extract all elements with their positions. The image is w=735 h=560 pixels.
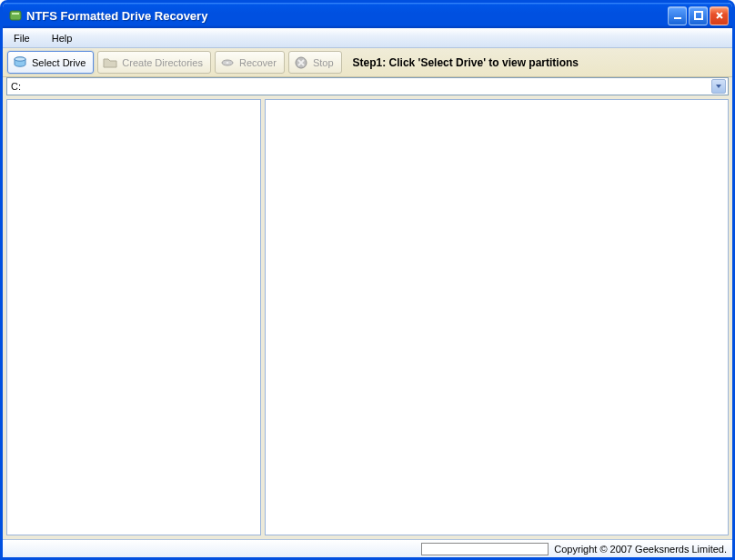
database-icon bbox=[12, 55, 28, 71]
drive-dropdown[interactable]: C: bbox=[6, 77, 729, 95]
stop-label: Stop bbox=[313, 57, 334, 68]
select-drive-label: Select Drive bbox=[32, 57, 86, 68]
list-pane[interactable] bbox=[265, 99, 729, 535]
minimize-button[interactable] bbox=[668, 6, 687, 25]
svg-rect-0 bbox=[10, 11, 21, 20]
svg-point-7 bbox=[226, 62, 228, 64]
disk-icon bbox=[219, 55, 236, 71]
create-directories-label: Create Directories bbox=[122, 57, 203, 68]
select-drive-button[interactable]: Select Drive bbox=[7, 51, 94, 74]
titlebar[interactable]: NTFS Formatted Drive Recovery bbox=[3, 3, 732, 28]
menu-help[interactable]: Help bbox=[46, 31, 78, 45]
svg-rect-1 bbox=[12, 13, 19, 15]
progress-bar bbox=[421, 543, 549, 555]
menu-file[interactable]: File bbox=[8, 31, 35, 45]
step-instruction: Step1: Click 'Select Drive' to view part… bbox=[353, 56, 579, 69]
svg-rect-2 bbox=[674, 17, 681, 19]
toolbar: Select Drive Create Directories Recover bbox=[3, 48, 732, 77]
drive-dropdown-value: C: bbox=[11, 81, 711, 92]
recover-label: Recover bbox=[239, 57, 277, 68]
stop-icon bbox=[293, 55, 309, 71]
statusbar: Copyright © 2007 Geeksnerds Limited. bbox=[3, 539, 732, 557]
create-directories-button[interactable]: Create Directories bbox=[97, 51, 211, 74]
content-area bbox=[3, 95, 732, 539]
app-icon bbox=[8, 8, 23, 23]
chevron-down-icon[interactable] bbox=[711, 79, 726, 94]
folder-icon bbox=[102, 55, 118, 71]
recover-button[interactable]: Recover bbox=[215, 51, 285, 74]
window-title: NTFS Formatted Drive Recovery bbox=[26, 9, 668, 23]
app-window: NTFS Formatted Drive Recovery File Help bbox=[0, 0, 735, 560]
tree-pane[interactable] bbox=[6, 99, 261, 535]
svg-point-5 bbox=[15, 56, 25, 60]
close-button[interactable] bbox=[710, 6, 729, 25]
stop-button[interactable]: Stop bbox=[288, 51, 342, 74]
window-controls bbox=[668, 6, 729, 25]
menubar: File Help bbox=[3, 28, 732, 48]
maximize-button[interactable] bbox=[689, 6, 708, 25]
copyright-text: Copyright © 2007 Geeksnerds Limited. bbox=[554, 544, 727, 555]
svg-rect-3 bbox=[695, 12, 702, 19]
